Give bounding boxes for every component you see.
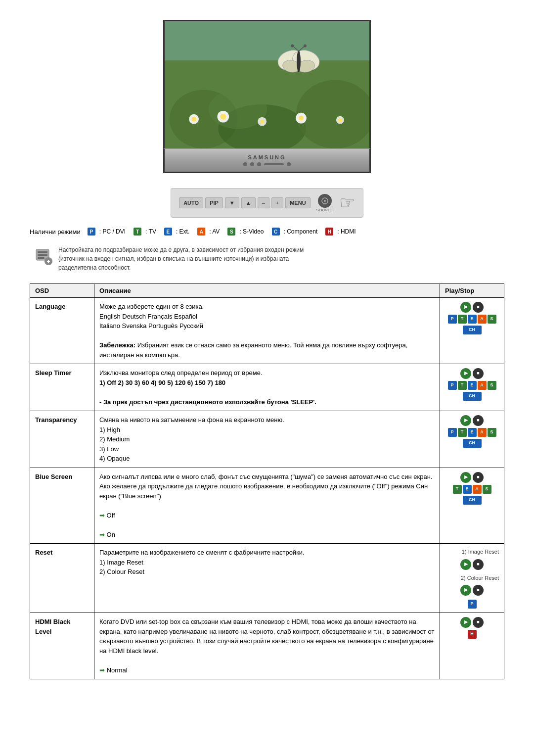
row-sleep-osd: Sleep Timer xyxy=(30,364,94,411)
row-bluescreen-osd: Blue Screen xyxy=(30,468,94,544)
stop-btn-dark-6: ■ xyxy=(473,585,484,596)
mode-e-badge: E xyxy=(468,315,477,324)
stop-btn-dark-7: ■ xyxy=(473,617,484,628)
table-row: Blue Screen Ако сигналът липсва или е мн… xyxy=(30,468,504,544)
tv-brand-label: SAMSUNG xyxy=(248,154,286,160)
mode-t-badge-3: T xyxy=(458,428,467,437)
row-transparency-osd: Transparency xyxy=(30,411,94,468)
play-btn-green-7: ▶ xyxy=(460,617,471,628)
source-button-group: SOURCE xyxy=(316,194,333,212)
svg-point-43 xyxy=(291,44,294,47)
tv-slider xyxy=(264,163,284,165)
row-bluescreen-desc: Ако сигналът липсва или е много слаб, фо… xyxy=(94,468,440,544)
mode-text-h: : HDMI xyxy=(337,228,356,235)
tv-screen xyxy=(163,20,371,148)
mode-badge-a: A xyxy=(197,228,205,236)
mode-p-badge: P xyxy=(448,315,457,324)
table-row: HDMI BlackLevel Когато DVD или set-top b… xyxy=(30,613,504,679)
normal-label: Normal xyxy=(107,666,128,674)
btn-menu[interactable]: MENU xyxy=(285,197,310,208)
row-bluescreen-play: ▶ ■ T E A S CH xyxy=(440,468,504,544)
mode-s-badge: S xyxy=(488,315,496,324)
mode-a-badge: A xyxy=(478,315,487,324)
stop-btn-dark: ■ xyxy=(473,302,484,313)
row-hdmi-desc: Когато DVD или set-top box са свързани к… xyxy=(94,613,440,679)
stop-btn-dark-5: ■ xyxy=(473,559,484,570)
reset-label-2: 2) Colour Reset xyxy=(445,574,499,582)
mode-p-badge-3: P xyxy=(448,428,457,437)
mode-e-badge-2: E xyxy=(468,381,477,390)
tv-image-section: SAMSUNG xyxy=(30,20,504,173)
play-btn-green-3: ▶ xyxy=(460,415,471,426)
row-language-desc: Може да изберете един от 8 езика. Englis… xyxy=(94,298,440,364)
ch-badge: CH xyxy=(463,326,482,334)
source-circle-icon[interactable] xyxy=(318,194,332,208)
svg-rect-48 xyxy=(38,251,47,253)
btn-up[interactable]: ▲ xyxy=(241,197,256,208)
source-label: SOURCE xyxy=(316,208,333,212)
svg-point-33 xyxy=(299,116,304,121)
play-btn-green-2: ▶ xyxy=(460,368,471,379)
modes-label: Налични режими xyxy=(30,228,81,236)
finger-pointer-icon: ☞ xyxy=(339,192,355,213)
row-transparency-desc: Смяна на нивото на затъмнение на фона на… xyxy=(94,411,440,468)
mode-text-p: : PC / DVI xyxy=(99,228,126,235)
modes-section: Налични режими P : PC / DVI T : TV E : E… xyxy=(30,228,504,236)
note-text: Настройката по подразбиране може да е др… xyxy=(58,245,304,272)
row-sleep-play: ▶ ■ P T E A S CH xyxy=(440,364,504,411)
ch-badge-2: CH xyxy=(463,392,482,401)
svg-point-29 xyxy=(220,114,226,120)
svg-rect-25 xyxy=(165,21,369,60)
play-btn-green: ▶ xyxy=(460,302,471,313)
mode-badge-c: C xyxy=(272,228,280,236)
row-language-osd: Language xyxy=(30,298,94,364)
svg-point-35 xyxy=(338,118,342,122)
table-row: Sleep Timer Изключва монитора след опред… xyxy=(30,364,504,411)
note-section: Настройката по подразбиране може да е др… xyxy=(30,241,504,276)
btn-pip[interactable]: PIP xyxy=(205,197,223,208)
remote-controls: AUTO PIP ▼ ▲ – + MENU SOURCE ☞ xyxy=(171,188,363,218)
btn-auto[interactable]: AUTO xyxy=(179,197,203,208)
svg-point-40 xyxy=(297,50,301,72)
mode-t-badge-2: T xyxy=(458,381,467,390)
play-btn-green-4: ▶ xyxy=(460,472,471,483)
mode-s-badge-3: S xyxy=(488,428,496,437)
tv-bezel: SAMSUNG xyxy=(163,148,371,173)
tv-display: SAMSUNG xyxy=(163,20,371,173)
tv-button-2 xyxy=(250,162,254,166)
mode-text-c: : Component xyxy=(284,228,318,235)
row-hdmi-osd: HDMI BlackLevel xyxy=(30,613,94,679)
row-sleep-desc: Изключва монитора след определен период … xyxy=(94,364,440,411)
stop-btn-dark-4: ■ xyxy=(473,472,484,483)
mode-badge-e: E xyxy=(164,228,172,236)
osd-table: OSD Описание Play/Stop Language Може да … xyxy=(30,284,504,679)
mode-badge-h: H xyxy=(325,228,333,236)
tv-button-4 xyxy=(287,162,291,166)
row-language-play: ▶ ■ P T E A S CH xyxy=(440,298,504,364)
mode-a-badge-3: A xyxy=(478,428,487,437)
btn-down[interactable]: ▼ xyxy=(225,197,239,208)
th-description: Описание xyxy=(94,284,440,298)
svg-rect-50 xyxy=(38,257,44,259)
mode-text-a: : AV xyxy=(209,228,220,235)
row-hdmi-play: ▶ ■ H xyxy=(440,613,504,679)
mode-a-badge-4: A xyxy=(473,485,482,494)
mode-text-s: : S-Video xyxy=(239,228,264,235)
ch-badge-3: CH xyxy=(463,439,482,448)
table-row: Reset Параметрите на изображението се см… xyxy=(30,544,504,613)
mode-text-t: : TV xyxy=(145,228,156,235)
row-reset-desc: Параметрите на изображението се сменят с… xyxy=(94,544,440,613)
tv-button-3 xyxy=(257,162,261,166)
mode-badge-t: T xyxy=(134,228,141,236)
btn-plus[interactable]: + xyxy=(271,197,283,208)
mode-e-badge-3: E xyxy=(468,428,477,437)
svg-point-44 xyxy=(304,44,307,47)
svg-rect-49 xyxy=(38,254,47,256)
tv-power-button xyxy=(243,162,247,166)
btn-minus[interactable]: – xyxy=(258,197,269,208)
table-row: Transparency Смяна на нивото на затъмнен… xyxy=(30,411,504,468)
ch-badge-4: CH xyxy=(463,496,482,505)
mode-badge-p: P xyxy=(88,228,95,236)
mode-p-badge-5: P xyxy=(468,600,477,609)
mode-badge-s: S xyxy=(227,228,235,236)
